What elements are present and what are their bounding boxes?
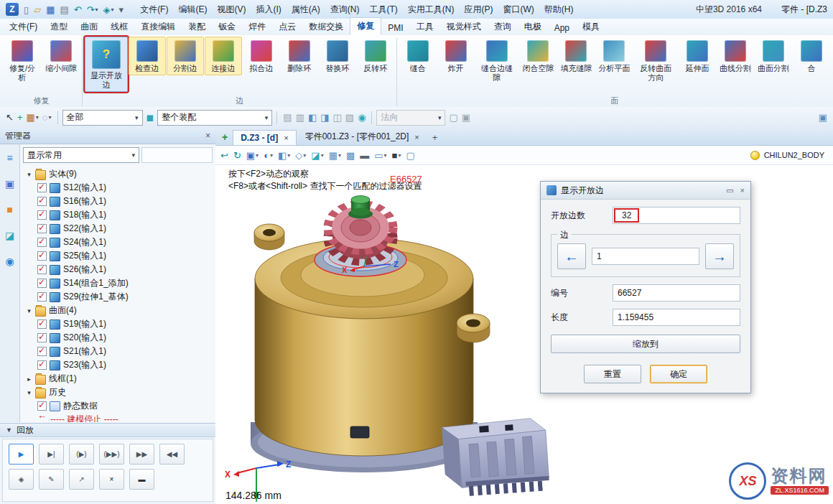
mount-ear-left-part[interactable]	[254, 224, 284, 250]
tree-item[interactable]: S12(输入1)	[23, 181, 213, 195]
visibility-bulb-icon[interactable]	[750, 151, 760, 160]
edge-index-input[interactable]: 1	[592, 248, 699, 265]
menu-item[interactable]: 实用工具(N)	[403, 1, 460, 18]
fullscreen-icon[interactable]: ■▾	[390, 149, 404, 162]
document-tab[interactable]: 零件001.Z3 - [零件001_2D] ×	[298, 129, 427, 145]
tree-item[interactable]: ▾ 曲面(4)	[23, 304, 213, 317]
play-to-end-button[interactable]: ▶|	[39, 444, 64, 465]
pick-type-icon[interactable]: ▣▾	[244, 149, 261, 162]
list-icon-2[interactable]: ▥	[294, 111, 306, 123]
close-dialog-icon[interactable]: ×	[740, 186, 745, 195]
tree-item[interactable]: S20(输入1)	[23, 331, 213, 345]
tree-item[interactable]: S26(输入1)	[23, 263, 213, 276]
play-all-button[interactable]: (▶▶)	[99, 444, 124, 465]
tree-item[interactable]: 静态数据	[23, 399, 213, 413]
connector-part[interactable]	[442, 417, 550, 498]
tree-item[interactable]: S14(组合1_添加)	[23, 276, 213, 290]
menu-item[interactable]: 属性(A)	[287, 1, 325, 18]
checkbox[interactable]	[37, 279, 47, 288]
tree-item[interactable]: ▾ 历史	[23, 386, 213, 399]
model-3d-view[interactable]: X Z	[217, 171, 554, 504]
open-edges-field[interactable]: 32	[613, 207, 740, 224]
delete-loop-button[interactable]: 删除环	[281, 37, 318, 75]
expand-arrow-icon[interactable]: ▾	[26, 307, 32, 314]
new-document-icon[interactable]: +	[218, 131, 231, 145]
tab-electrode[interactable]: 电极	[518, 19, 548, 35]
print-icon[interactable]: ▤	[57, 2, 70, 17]
add-icon[interactable]: +	[16, 111, 24, 123]
tab-inquire[interactable]: 查询	[488, 19, 518, 35]
selection-filter-dropdown[interactable]: 全部▾	[62, 110, 143, 126]
scope-dropdown[interactable]: 整个装配▾	[157, 110, 272, 126]
role-manager-icon[interactable]: ◉	[5, 256, 14, 266]
close-gap-button[interactable]: 闭合空隙	[519, 37, 557, 75]
shaft-hub-part[interactable]	[348, 196, 373, 219]
zw3d-logo-icon[interactable]: Z	[6, 3, 19, 16]
menu-item[interactable]: 文件(F)	[135, 1, 173, 18]
tab-weldment[interactable]: 焊件	[242, 19, 272, 35]
tree-item[interactable]: S18(输入1)	[23, 208, 213, 222]
face-split-button[interactable]: 曲面分割	[755, 37, 792, 75]
tab-tools[interactable]: 工具	[410, 19, 440, 35]
menu-item[interactable]: 窗口(W)	[498, 1, 539, 18]
close-tab-icon[interactable]: ×	[284, 134, 288, 142]
replay-header[interactable]: ▼ 回放	[0, 424, 215, 437]
tab-wireframe[interactable]: 线框	[104, 19, 134, 35]
play-button[interactable]: ▶	[9, 444, 34, 465]
sew-edge-gap-button[interactable]: 缝合边缝隙	[475, 37, 519, 85]
zoom-to-button[interactable]: 缩放到	[551, 335, 740, 353]
view-manager-icon[interactable]: ◪	[5, 230, 14, 241]
explode-button[interactable]: 炸开	[437, 37, 475, 75]
add-tab-icon[interactable]: +	[428, 132, 442, 145]
target-icon[interactable]: ◉	[356, 111, 367, 123]
sew-button[interactable]: 缝合	[399, 37, 437, 75]
tab-file[interactable]: 文件(F)	[3, 19, 44, 35]
tab-direct-edit[interactable]: 直接编辑	[134, 19, 182, 35]
menu-item[interactable]: 编辑(E)	[173, 1, 212, 18]
replace-loop-button[interactable]: 替换环	[319, 37, 356, 75]
snap-window-icon[interactable]: ◫	[332, 111, 343, 123]
tab-pmi[interactable]: PMI	[381, 21, 409, 35]
quick-access-more-icon[interactable]: ▾	[117, 2, 126, 17]
connect-edge-button[interactable]: 连接边	[205, 37, 242, 75]
background-icon[interactable]: ▬	[358, 149, 371, 162]
fast-forward-button[interactable]: ▶▶	[129, 444, 154, 465]
display-settings-icon[interactable]: ▭▾	[372, 149, 388, 162]
previous-edge-button[interactable]: ←	[557, 243, 586, 269]
wireframe-icon[interactable]: ◇▾	[293, 149, 308, 162]
new-file-icon[interactable]: ▯	[22, 2, 31, 17]
mount-ear-right-part[interactable]	[457, 314, 490, 342]
shade-mode-icon[interactable]: ◧▾	[276, 149, 292, 162]
expand-arrow-icon[interactable]: ▸	[26, 375, 32, 383]
normal-dropdown[interactable]: 法向▾	[376, 110, 445, 126]
play-loop-button[interactable]: (▶)	[69, 444, 94, 465]
snap-half-left-icon[interactable]: ◧	[307, 111, 318, 123]
menu-item[interactable]: 视图(V)	[212, 1, 251, 18]
tab-app[interactable]: App	[548, 21, 576, 35]
snap-hatch-icon[interactable]: ▧	[344, 111, 355, 123]
reverse-face-direction-button[interactable]: 反转曲面方向	[633, 37, 678, 85]
extend-face-button[interactable]: 延伸面	[679, 37, 716, 75]
rewind-button[interactable]: ◀◀	[159, 444, 185, 465]
undo-icon[interactable]: ↶	[72, 2, 84, 17]
tree-item[interactable]: S23(输入1)	[23, 358, 213, 372]
checkbox[interactable]	[37, 197, 47, 206]
tree-item[interactable]: ▸ 线框(1)	[23, 372, 213, 386]
stop-button[interactable]: ×	[99, 469, 124, 490]
solid-manager-icon[interactable]: ■	[6, 205, 12, 215]
jump-button[interactable]: ↗	[69, 469, 94, 490]
save-icon[interactable]: ▦	[44, 2, 57, 17]
edge-number-field[interactable]: 66527	[613, 284, 740, 302]
tree-item[interactable]: S29(拉伸1_基体)	[23, 290, 213, 304]
checkbox[interactable]	[37, 360, 47, 370]
tree-item[interactable]: ----- 建模停止 -----	[23, 413, 213, 422]
checkbox[interactable]	[37, 265, 47, 274]
tab-repair[interactable]: 修复	[350, 17, 381, 35]
checkbox[interactable]	[37, 347, 47, 356]
redo-icon[interactable]: ↷▾	[85, 2, 101, 17]
comment-icon[interactable]: ▭	[726, 186, 733, 195]
checkbox[interactable]	[37, 238, 47, 247]
frame-icon[interactable]: ▢	[404, 149, 416, 162]
tab-assembly[interactable]: 装配	[182, 19, 212, 35]
close-panel-icon[interactable]: ×	[205, 131, 210, 141]
